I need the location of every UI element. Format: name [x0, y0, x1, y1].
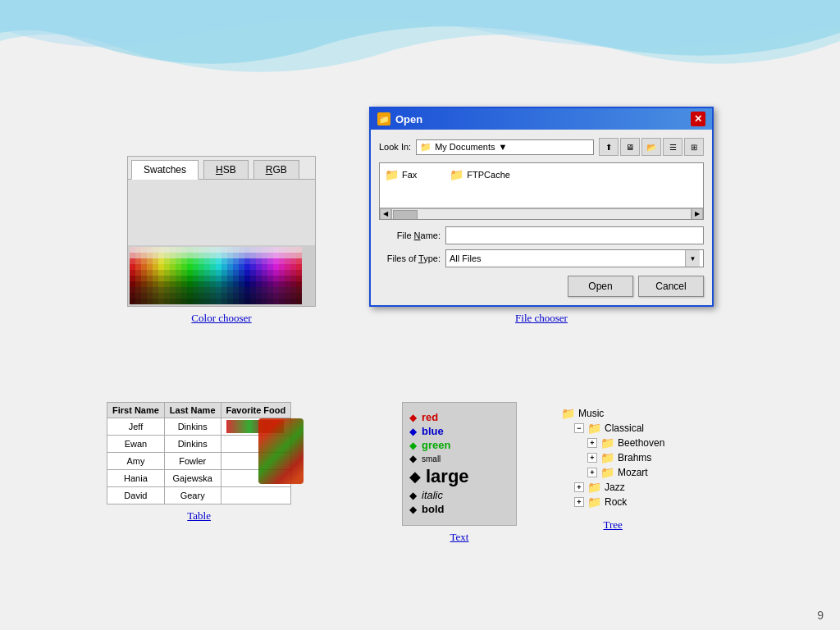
color-swatch[interactable]: [141, 293, 147, 299]
color-swatch[interactable]: [250, 299, 256, 304]
expand-classical[interactable]: −: [574, 423, 584, 433]
color-swatch[interactable]: [164, 293, 170, 299]
color-swatch[interactable]: [273, 287, 279, 293]
color-swatch[interactable]: [216, 293, 221, 299]
color-swatch[interactable]: [290, 253, 296, 258]
color-swatch[interactable]: [250, 270, 256, 276]
color-swatch[interactable]: [227, 293, 233, 299]
expand-beethoven[interactable]: +: [587, 438, 597, 448]
color-swatch[interactable]: [256, 287, 262, 293]
color-swatch[interactable]: [130, 293, 135, 299]
color-swatch[interactable]: [176, 281, 181, 287]
color-swatch[interactable]: [227, 253, 233, 258]
color-swatch[interactable]: [199, 293, 204, 299]
desktop-button[interactable]: 🖥: [620, 138, 640, 156]
color-swatch[interactable]: [181, 253, 187, 258]
color-swatch[interactable]: [221, 276, 227, 281]
color-swatch[interactable]: [244, 253, 250, 258]
color-swatch[interactable]: [250, 264, 256, 270]
color-swatch[interactable]: [256, 247, 262, 253]
look-in-dropdown[interactable]: 📁 My Documents ▼: [416, 139, 594, 155]
color-swatch[interactable]: [153, 287, 158, 293]
color-swatch[interactable]: [250, 258, 256, 264]
color-swatch[interactable]: [285, 287, 290, 293]
color-swatch[interactable]: [199, 258, 204, 264]
color-swatch[interactable]: [170, 253, 176, 258]
color-swatch[interactable]: [262, 287, 267, 293]
color-swatch[interactable]: [193, 281, 199, 287]
color-swatch[interactable]: [164, 276, 170, 281]
color-swatch[interactable]: [158, 293, 164, 299]
color-swatch[interactable]: [250, 247, 256, 253]
filename-input[interactable]: [445, 226, 704, 244]
color-swatch[interactable]: [147, 287, 153, 293]
color-swatch[interactable]: [164, 253, 170, 258]
color-swatch[interactable]: [135, 293, 141, 299]
color-swatch[interactable]: [216, 287, 221, 293]
color-swatch[interactable]: [244, 247, 250, 253]
color-swatch[interactable]: [267, 247, 273, 253]
color-swatch[interactable]: [153, 270, 158, 276]
color-swatch[interactable]: [181, 270, 187, 276]
color-swatch[interactable]: [153, 276, 158, 281]
file-item-ftpcache[interactable]: 📁 FTPCache: [450, 168, 510, 181]
color-swatch[interactable]: [176, 276, 181, 281]
color-swatch[interactable]: [256, 264, 262, 270]
color-swatch[interactable]: [227, 281, 233, 287]
new-folder-button[interactable]: 📂: [641, 138, 661, 156]
color-swatch[interactable]: [267, 253, 273, 258]
color-swatch[interactable]: [227, 276, 233, 281]
color-swatch[interactable]: [158, 270, 164, 276]
color-swatch[interactable]: [267, 281, 273, 287]
color-swatch[interactable]: [279, 287, 285, 293]
color-swatch[interactable]: [141, 299, 147, 304]
tab-hsb[interactable]: HSB: [203, 160, 249, 179]
color-swatch[interactable]: [130, 264, 135, 270]
color-swatch[interactable]: [244, 287, 250, 293]
color-swatch[interactable]: [221, 293, 227, 299]
color-swatch[interactable]: [147, 293, 153, 299]
color-swatch[interactable]: [170, 270, 176, 276]
color-swatch[interactable]: [290, 270, 296, 276]
color-swatch[interactable]: [233, 270, 239, 276]
color-swatch[interactable]: [170, 281, 176, 287]
color-swatch[interactable]: [239, 247, 244, 253]
tree-node-rock[interactable]: + 📁 Rock: [574, 495, 664, 509]
color-swatch[interactable]: [239, 258, 244, 264]
tree-label[interactable]: Tree: [558, 518, 668, 532]
color-swatch[interactable]: [267, 299, 273, 304]
color-swatch[interactable]: [164, 264, 170, 270]
color-swatch[interactable]: [130, 276, 135, 281]
color-swatch[interactable]: [153, 264, 158, 270]
color-swatch[interactable]: [153, 258, 158, 264]
color-swatch[interactable]: [296, 281, 302, 287]
color-swatch[interactable]: [279, 264, 285, 270]
color-swatch[interactable]: [141, 287, 147, 293]
color-swatch[interactable]: [227, 247, 233, 253]
color-swatch[interactable]: [181, 247, 187, 253]
color-swatch[interactable]: [227, 299, 233, 304]
color-swatch[interactable]: [130, 247, 135, 253]
color-swatch[interactable]: [210, 299, 216, 304]
color-swatch[interactable]: [210, 293, 216, 299]
color-swatch[interactable]: [290, 264, 296, 270]
color-swatch[interactable]: [262, 293, 267, 299]
color-swatch[interactable]: [141, 258, 147, 264]
color-swatch[interactable]: [221, 281, 227, 287]
tree-node-jazz[interactable]: + 📁 Jazz: [574, 481, 664, 494]
color-swatch[interactable]: [273, 270, 279, 276]
color-swatch[interactable]: [176, 247, 181, 253]
color-swatch[interactable]: [285, 258, 290, 264]
text-panel-label[interactable]: Text: [402, 531, 517, 544]
color-swatch[interactable]: [181, 299, 187, 304]
color-swatch[interactable]: [176, 264, 181, 270]
color-swatch[interactable]: [187, 253, 193, 258]
file-item-fax[interactable]: 📁 Fax: [385, 168, 417, 181]
color-swatch[interactable]: [221, 299, 227, 304]
color-swatch[interactable]: [204, 299, 210, 304]
table-label[interactable]: Table: [107, 509, 291, 523]
color-swatch[interactable]: [153, 247, 158, 253]
color-swatch[interactable]: [267, 270, 273, 276]
expand-mozart[interactable]: +: [587, 468, 597, 477]
color-swatch[interactable]: [210, 253, 216, 258]
